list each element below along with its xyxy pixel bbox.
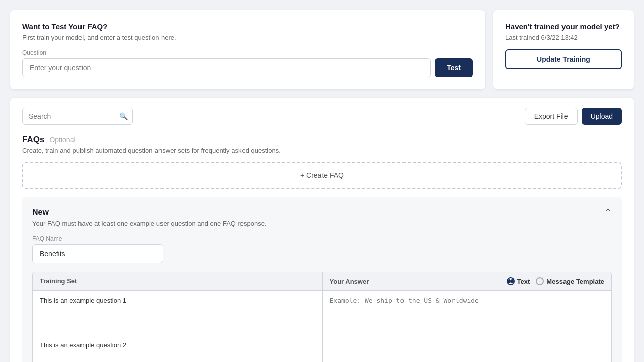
faqs-description: Create, train and publish automated ques…: [22, 147, 622, 154]
faq-test-card: Want to Test Your FAQ? First train your …: [10, 10, 485, 89]
export-file-button[interactable]: Export File: [525, 108, 578, 125]
text-radio-circle[interactable]: [507, 277, 515, 285]
new-faq-description: Your FAQ must have at least one example …: [32, 220, 612, 227]
answer-cell-add: [323, 355, 612, 362]
table-row: This is an example question 1: [33, 291, 611, 335]
message-template-radio-circle[interactable]: [536, 277, 544, 285]
table-row: + Enter a new question examples: [33, 355, 611, 362]
faqs-title: FAQs: [22, 135, 44, 145]
new-faq-title: New: [32, 208, 49, 217]
update-training-button[interactable]: Update Training: [505, 49, 622, 69]
your-answer-label: Your Answer: [330, 278, 369, 285]
message-template-radio-option[interactable]: Message Template: [536, 277, 604, 285]
answer-type-radio-group: Text Message Template: [507, 277, 604, 285]
table-header: Training Set Your Answer Text Message Te…: [33, 272, 611, 291]
training-set-header: Training Set: [33, 272, 323, 290]
answer-cell-1: [323, 291, 612, 335]
answer-textarea[interactable]: [330, 297, 605, 327]
search-icon: 🔍: [119, 112, 128, 120]
your-answer-header: Your Answer Text Message Template: [323, 272, 612, 290]
last-trained: Last trained 6/3/22 13:42: [505, 34, 622, 41]
new-faq-header: New ⌃: [32, 207, 612, 218]
faqs-optional: Optional: [49, 136, 75, 144]
question-input[interactable]: [22, 58, 431, 77]
question-cell-2: This is an example question 2: [33, 335, 323, 355]
add-question-row[interactable]: + Enter a new question examples: [33, 355, 323, 362]
faq-test-subtitle: First train your model, and enter a test…: [22, 34, 473, 41]
faq-test-title: Want to Test Your FAQ?: [22, 22, 473, 31]
answer-cell-2: [323, 335, 612, 355]
question-cell-1: This is an example question 1: [33, 291, 323, 335]
main-section: 🔍 Export File Upload FAQs Optional Creat…: [10, 98, 634, 362]
upload-button[interactable]: Upload: [582, 108, 622, 125]
create-faq-button[interactable]: + Create FAQ: [22, 162, 622, 189]
search-input[interactable]: [22, 108, 133, 125]
table-row: This is an example question 2: [33, 335, 611, 355]
message-template-radio-label: Message Template: [546, 278, 604, 285]
text-radio-option[interactable]: Text: [507, 277, 530, 285]
text-radio-label: Text: [517, 278, 530, 285]
search-wrap: 🔍: [22, 108, 133, 125]
faq-name-label: FAQ Name: [32, 235, 612, 242]
toolbar: 🔍 Export File Upload: [22, 108, 622, 125]
train-title: Haven't trained your model yet?: [505, 22, 622, 31]
toolbar-buttons: Export File Upload: [525, 108, 622, 125]
collapse-icon[interactable]: ⌃: [604, 207, 612, 218]
faqs-header: FAQs Optional: [22, 135, 622, 145]
question-label: Question: [22, 49, 473, 56]
training-table: Training Set Your Answer Text Message Te…: [32, 272, 612, 362]
new-faq-panel: New ⌃ Your FAQ must have at least one ex…: [22, 197, 622, 362]
train-card: Haven't trained your model yet? Last tra…: [493, 10, 634, 89]
faq-name-input[interactable]: [32, 244, 163, 263]
test-button[interactable]: Test: [435, 58, 473, 77]
